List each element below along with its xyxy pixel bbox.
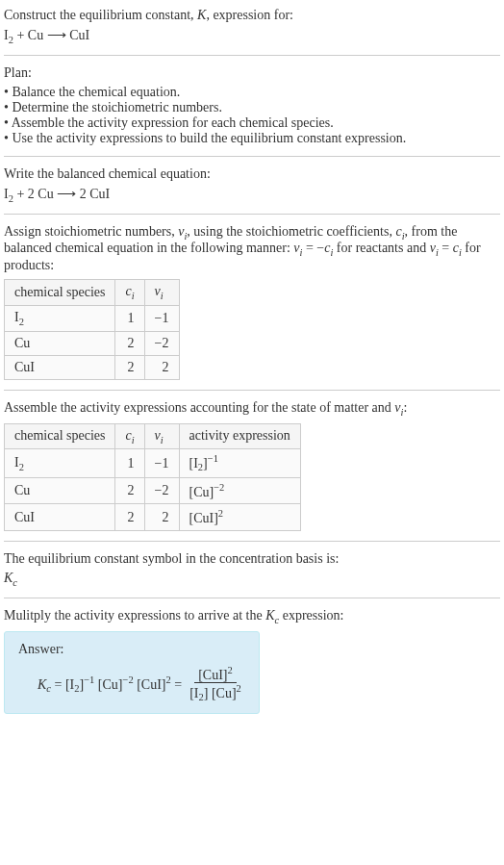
divider <box>4 541 500 542</box>
divider <box>4 214 500 215</box>
ans-t2a: [Cu] <box>94 676 122 691</box>
cell-activity: [Cu]−2 <box>179 477 300 504</box>
ae-sup: 2 <box>218 508 223 519</box>
ans-t3a: [CuI] <box>134 676 166 691</box>
eq-rhs: CuI <box>66 28 90 42</box>
ae-sup: −2 <box>214 482 224 493</box>
th-ci: ci <box>115 280 144 306</box>
cell-species: Cu <box>5 331 115 355</box>
cell-ci: 2 <box>115 504 144 531</box>
cell-nui: −1 <box>144 305 179 331</box>
symbol-kc: Kc <box>4 571 500 588</box>
balanced-section: Write the balanced chemical equation: I2… <box>4 166 500 204</box>
intro-text: Construct the equilibrium constant, K, e… <box>4 8 500 23</box>
cell-nui: −2 <box>144 331 179 355</box>
activity-section: Assemble the activity expressions accoun… <box>4 400 500 531</box>
plan-list: • Balance the chemical equation. • Deter… <box>4 85 500 146</box>
st-b: , using the stoichiometric coefficients, <box>187 224 395 239</box>
th-nui: νi <box>144 423 179 449</box>
cell-ci: 2 <box>115 477 144 504</box>
ans-t2sup: −2 <box>123 674 134 685</box>
symbol-text: The equilibrium constant symbol in the c… <box>4 551 500 567</box>
fb-b: ] [Cu] <box>204 686 237 700</box>
ans-eq2: = <box>171 676 182 691</box>
bal-arrow: ⟶ <box>57 186 76 201</box>
answer-box: Answer: Kc = [I2]−1 [Cu]−2 [CuI]2 = [CuI… <box>4 631 260 714</box>
intro-part-b: , expression for: <box>206 8 293 22</box>
cell-ci: 2 <box>115 355 144 379</box>
cell-activity: [CuI]2 <box>179 504 300 531</box>
ans-t1sup: −1 <box>84 674 94 685</box>
multiply-text: Mulitply the activity expressions to arr… <box>4 608 500 625</box>
cell-nui: 2 <box>144 504 179 531</box>
cell-species: I2 <box>5 449 115 477</box>
ae-a: [CuI <box>189 511 214 525</box>
eq-plus-cu: + Cu <box>13 28 47 42</box>
table-row: Cu 2 −2 [Cu]−2 <box>5 477 301 504</box>
multiply-section: Mulitply the activity expressions to arr… <box>4 608 500 714</box>
th-species: chemical species <box>5 423 115 449</box>
th-nu-i: i <box>161 434 164 445</box>
th-nu-i: i <box>161 291 164 301</box>
th-nui: νi <box>144 280 179 306</box>
table-row: CuI 2 2 [CuI]2 <box>5 504 301 531</box>
mul-kc-k: K <box>265 608 274 623</box>
fraction: [CuI]2 [I2] [Cu]2 <box>186 665 245 703</box>
kc-expression: Kc = [I2]−1 [Cu]−2 [CuI]2 = [CuI]2 [I2] … <box>18 665 245 703</box>
ans-k: K <box>38 676 46 691</box>
mul-b: expression: <box>279 608 343 623</box>
table-row: CuI 2 2 <box>5 355 180 379</box>
stoich-table: chemical species ci νi I2 1 −1 Cu 2 −2 C… <box>4 279 180 380</box>
divider <box>4 390 500 391</box>
plan-bullet-1: • Balance the chemical equation. <box>4 85 500 100</box>
eq-arrow: ⟶ <box>47 27 66 42</box>
cell-species: I2 <box>5 305 115 331</box>
kc-c: c <box>13 577 17 588</box>
act-a: Assemble the activity expressions accoun… <box>4 400 394 415</box>
table-header-row: chemical species ci νi <box>5 280 180 306</box>
intro-equation: I2 + Cu ⟶ CuI <box>4 27 500 45</box>
mul-a: Mulitply the activity expressions to arr… <box>4 608 265 623</box>
stoich-section: Assign stoichiometric numbers, νi, using… <box>4 224 500 380</box>
cell-species: CuI <box>5 504 115 531</box>
cell-species: CuI <box>5 355 115 379</box>
th-ci: ci <box>115 423 144 449</box>
balanced-heading: Write the balanced chemical equation: <box>4 166 500 182</box>
ae-a: [Cu <box>189 484 210 498</box>
th-species: chemical species <box>5 280 115 306</box>
ft-a: [CuI] <box>198 667 227 681</box>
cell-activity: [I2]−1 <box>179 449 300 477</box>
ft-sup: 2 <box>228 665 233 675</box>
ans-t1a: [I <box>65 676 74 691</box>
cell-species: Cu <box>5 477 115 504</box>
plan-bullet-4: • Use the activity expressions to build … <box>4 131 500 146</box>
th-ci-i: i <box>132 434 135 445</box>
cell-nui: 2 <box>144 355 179 379</box>
plan-heading: Plan: <box>4 65 500 81</box>
divider <box>4 55 500 56</box>
th-activity: activity expression <box>179 423 300 449</box>
plan-bullet-2: • Determine the stoichiometric numbers. <box>4 100 500 115</box>
table-row: Cu 2 −2 <box>5 331 180 355</box>
frac-numerator: [CuI]2 <box>194 665 237 684</box>
cell-nui: −1 <box>144 449 179 477</box>
answer-label: Answer: <box>18 642 245 657</box>
cell-nui: −2 <box>144 477 179 504</box>
act-b: : <box>403 400 407 415</box>
fb-sup: 2 <box>237 683 241 694</box>
frac-denominator: [I2] [Cu]2 <box>186 683 245 702</box>
balanced-equation: I2 + 2 Cu ⟶ 2 CuI <box>4 186 500 204</box>
expr-lhs: Kc = [I2]−1 [Cu]−2 [CuI]2 = <box>38 674 182 694</box>
activity-table: chemical species ci νi activity expressi… <box>4 423 301 532</box>
divider <box>4 598 500 598</box>
table-header-row: chemical species ci νi activity expressi… <box>5 423 301 449</box>
cell-ci: 1 <box>115 449 144 477</box>
cell-ci: 2 <box>115 331 144 355</box>
bal-rhs: 2 CuI <box>76 187 110 201</box>
st-r1b: = − <box>302 241 324 255</box>
st-r2b: = <box>439 241 453 255</box>
st-a: Assign stoichiometric numbers, <box>4 224 178 239</box>
th-ci-i: i <box>132 291 135 301</box>
bal-mid: + 2 Cu <box>13 187 57 201</box>
intro-k: K <box>197 8 206 22</box>
